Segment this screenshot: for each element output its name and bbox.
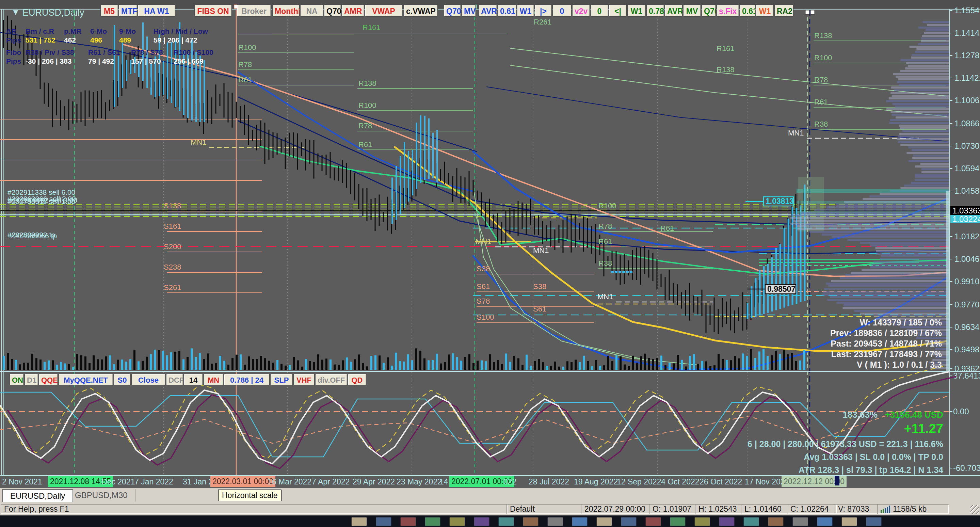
price-tick-label: 1.15541 xyxy=(955,6,980,15)
status-segment: O: 1.01907 xyxy=(649,504,697,514)
subbar-button[interactable]: MyQQE.NET xyxy=(59,374,113,385)
topbar-button[interactable]: s.Fix xyxy=(716,5,739,17)
indicator-toolbar-top: M5MTFHA W1FIBS ONBrokerMonthlyNAQ70AMRVW… xyxy=(100,5,794,17)
chart-tab[interactable]: EURUSD,Daily xyxy=(2,489,73,502)
topbar-button[interactable]: 0.61 xyxy=(740,5,755,17)
topbar-button[interactable]: MV xyxy=(683,5,701,17)
status-segment: L: 1.01460 xyxy=(741,504,789,514)
chart-label: R100 xyxy=(814,53,832,62)
topbar-button[interactable]: 0.78 xyxy=(646,5,664,17)
taskbar-item[interactable] xyxy=(547,517,563,526)
taskbar-item[interactable] xyxy=(400,517,416,526)
subbar-button[interactable]: VHF xyxy=(293,374,315,385)
taskbar-item[interactable] xyxy=(842,517,857,526)
topbar-button[interactable]: AVR xyxy=(665,5,682,17)
resize-grip[interactable] xyxy=(970,505,979,514)
chart-tab[interactable]: GBPUSD,M30 xyxy=(67,489,135,502)
chart-tab-bar: Horizontal scale EURUSD,DailyGBPUSD,M30 xyxy=(0,488,980,503)
subbar-button[interactable]: MN xyxy=(204,374,223,385)
date-tick: Dec 2021 xyxy=(102,477,135,487)
taskbar-item[interactable] xyxy=(523,517,539,526)
subbar-button[interactable]: Close xyxy=(131,374,165,385)
chart-dropdown-arrow[interactable]: ▼ xyxy=(11,8,20,17)
taskbar-item[interactable] xyxy=(572,517,587,526)
chart-label: S261 xyxy=(164,283,181,292)
taskbar-item[interactable] xyxy=(768,517,784,526)
topbar-button[interactable]: 0 xyxy=(590,5,608,17)
subbar-button[interactable]: DCP xyxy=(166,374,183,385)
taskbar-item[interactable] xyxy=(597,517,612,526)
topbar-button[interactable]: HA W1 xyxy=(138,5,175,17)
taskbar-item[interactable] xyxy=(670,517,686,526)
topbar-button[interactable]: VWAP xyxy=(365,5,402,17)
price-tick-label: 1.01821 xyxy=(955,232,980,241)
topbar-button[interactable]: AVR xyxy=(479,5,497,17)
subbar-button[interactable]: SLP xyxy=(270,374,293,385)
taskbar-item[interactable] xyxy=(743,517,759,526)
taskbar-item[interactable] xyxy=(351,517,367,526)
topbar-button[interactable]: |> xyxy=(535,5,552,17)
chart-label: R61 xyxy=(814,98,828,106)
topbar-button[interactable]: Q70 xyxy=(444,5,461,17)
price-tick-label: 1.00461 xyxy=(955,254,980,263)
chart-label: R38 xyxy=(814,120,828,128)
taskbar-item[interactable] xyxy=(645,517,661,526)
topbar-button[interactable]: Monthly xyxy=(272,5,299,17)
date-axis: 2 Nov 20212021.12.08 14:55Dec 20217 Jan … xyxy=(0,476,980,488)
subbar-button[interactable]: QQE xyxy=(39,374,58,385)
subbar-button[interactable]: div.OFF xyxy=(315,374,347,385)
topbar-button[interactable]: Q70 xyxy=(702,5,716,17)
status-bar: For Help, press F1 Default2022.07.29 00:… xyxy=(0,503,980,516)
subbar-button[interactable]: QD xyxy=(348,374,366,385)
taskbar-item[interactable] xyxy=(376,517,391,526)
chart-label: R161 xyxy=(363,23,380,32)
topbar-button[interactable]: W1 xyxy=(627,5,646,17)
subbar-button[interactable]: 0.786 | 24 xyxy=(224,374,270,385)
taskbar-item[interactable] xyxy=(719,517,735,526)
chart-label: S100 xyxy=(477,313,494,322)
topbar-button[interactable]: FIBS ON xyxy=(194,5,232,17)
topbar-button[interactable]: 0 xyxy=(552,5,571,17)
topbar-button[interactable]: AMR xyxy=(342,5,364,17)
taskbar-item[interactable] xyxy=(866,517,881,526)
topbar-button[interactable]: M5 xyxy=(100,5,118,17)
chart-label: R100 xyxy=(238,43,256,52)
chart-label: MN1 xyxy=(476,237,491,246)
topbar-button[interactable]: W1 xyxy=(756,5,774,17)
chart-label: S61 xyxy=(533,305,546,313)
profit-percent: 183.63% xyxy=(843,409,878,420)
taskbar-item[interactable] xyxy=(621,517,636,526)
topbar-button[interactable]: c.VWAP xyxy=(404,5,438,17)
topbar-button[interactable]: MV xyxy=(461,5,476,17)
topbar-button[interactable]: <| xyxy=(609,5,627,17)
stats-line: Past: 209453 / 148748 / 71% xyxy=(830,338,942,349)
taskbar-item[interactable] xyxy=(694,517,710,526)
atr-line: ATR 128.3 | sl 79.3 | tp 164.2 | N 1.34 xyxy=(748,465,943,475)
status-segment: H: 1.02543 xyxy=(695,504,743,514)
taskbar-item[interactable] xyxy=(498,517,514,526)
chart-label: S138 xyxy=(164,202,181,210)
topbar-button[interactable]: MTF xyxy=(119,5,137,17)
taskbar-item[interactable] xyxy=(449,517,465,526)
subbar-button[interactable]: ON xyxy=(10,374,24,385)
subbar-button[interactable]: 14 xyxy=(184,374,203,385)
subbar-button[interactable]: S0 xyxy=(114,374,131,385)
taskbar-item[interactable] xyxy=(425,517,441,526)
topbar-button[interactable]: 0.61 xyxy=(498,5,516,17)
chart-label: MN1 xyxy=(788,129,804,137)
topbar-button[interactable]: Q70 xyxy=(324,5,341,17)
topbar-button[interactable]: NA xyxy=(300,5,323,17)
price-tick-label: 1.07301 xyxy=(955,141,980,150)
taskbar-item[interactable] xyxy=(817,517,833,526)
taskbar-item[interactable] xyxy=(792,517,808,526)
topbar-button[interactable]: RA2 xyxy=(775,5,794,17)
topbar-button[interactable]: Broker xyxy=(237,5,271,17)
subbar-button[interactable]: D1 xyxy=(24,374,38,385)
sub-scale-label: 0.00 xyxy=(953,407,969,416)
price-tick-label: 1.04581 xyxy=(955,186,980,196)
topbar-button[interactable]: W1 xyxy=(517,5,534,17)
topbar-button[interactable]: v2v xyxy=(572,5,590,17)
chart-label: MN1 xyxy=(191,138,206,146)
taskbar-item[interactable] xyxy=(474,517,490,526)
chart-title-group: ▼EURUSD,Daily xyxy=(11,8,84,18)
